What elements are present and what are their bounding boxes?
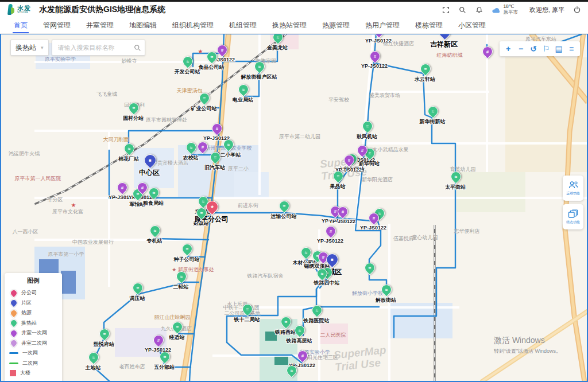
station-pin-glyph: ≈ [197, 208, 206, 217]
map-place-label: 铁路汽车队宿舍 [247, 272, 284, 280]
nav-tab-小区管理[interactable]: 小区管理 [458, 18, 486, 33]
pin-label: 矿业公司站 [191, 105, 217, 112]
pin-label: 运输公司站 [271, 213, 297, 220]
pin-label: 棉花厂站 [118, 155, 139, 163]
search-input[interactable] [57, 44, 134, 52]
map-place-label: 原平市园林管理处 [146, 116, 187, 124]
station-pin-glyph: ≈ [365, 263, 374, 272]
map-place-label: 大同刀削面 [103, 136, 129, 143]
station-pin-glyph: ≈ [149, 188, 158, 197]
fullscreen-icon[interactable] [442, 6, 450, 14]
search-icon[interactable] [134, 44, 141, 52]
cloud-icon [492, 6, 501, 14]
pin-label: 种子公司站 [174, 256, 200, 263]
map-place-label: 妙峰寺 [122, 57, 137, 65]
weather-city: 原平市 [503, 10, 518, 15]
station-pin-glyph: ≈ [183, 244, 192, 254]
map-place-label: 前进东街 [238, 202, 258, 209]
map-place-label: ★ [198, 48, 203, 54]
station-pin-glyph: ≈ [428, 107, 438, 116]
map-place-label: 军分区 [48, 196, 63, 204]
map-side-tools: 运维功能 组态功能 [563, 176, 583, 229]
station-pin-glyph: ≈ [421, 64, 430, 73]
legend-item-label: 分公司 [21, 289, 37, 297]
pin-label: 专机站 [147, 237, 163, 245]
legend-title: 图例 [9, 276, 57, 285]
nav-tab-换热站管理[interactable]: 换热站管理 [272, 18, 307, 33]
nav-tab-楼栋管理[interactable]: 楼栋管理 [415, 18, 443, 33]
station-pin-glyph: ≈ [211, 153, 220, 162]
map-place-label: 老百姓布店 [119, 363, 145, 371]
pin-label: 解放街站 [376, 297, 396, 304]
nav-tab-井室管理[interactable]: 井室管理 [86, 18, 114, 33]
map-canvas[interactable]: SuperMapTrial Use SuperMapTrial Use 激活 W… [0, 33, 588, 382]
shuifa-logo-icon [7, 4, 15, 15]
nav-tab-组织机构管理[interactable]: 组织机构管理 [172, 18, 214, 33]
pin-label: 开发公司站 [175, 68, 200, 76]
nav-tab-管网管理[interactable]: 管网管理 [43, 18, 71, 33]
pin-label: YP-JS0122 [329, 219, 355, 224]
search-icon[interactable] [458, 6, 467, 14]
map-place-label: 天津蜜汤包 [177, 87, 203, 95]
reset-view-icon[interactable]: ↺ [527, 41, 540, 56]
nav-tab-首页[interactable]: 首页 [14, 18, 28, 33]
map-place-label: 八一西小区 [13, 228, 38, 236]
well-pin-glyph: # [326, 227, 335, 236]
legend-pin-icon [9, 338, 19, 348]
pin-label: 调压站 [130, 295, 145, 302]
well-pin-glyph: # [345, 155, 354, 165]
window-edge [0, 0, 588, 2]
legend-item-label: 井室一次网 [21, 329, 47, 337]
logout-icon[interactable] [572, 6, 581, 14]
legend-list-icon[interactable]: ≡ [565, 41, 578, 56]
config-function-button[interactable]: 组态功能 [563, 204, 583, 229]
app-logo: 水发 SHUIFA [7, 4, 31, 15]
weather-widget: 18℃ 原平市 [492, 4, 518, 15]
ops-function-button[interactable]: 运维功能 [563, 176, 583, 201]
well-pin-glyph: # [212, 124, 222, 133]
pin-label: 金美龙站 [267, 44, 288, 52]
district-pin-glyph: ■ [145, 155, 156, 166]
nav-tab-热用户管理[interactable]: 热用户管理 [365, 18, 400, 33]
pin-label: 铁路四中站 [314, 279, 340, 287]
district-pin-glyph: ■ [439, 33, 450, 37]
ops-function-label: 运维功能 [566, 191, 579, 196]
layers-icon[interactable]: ▤ [552, 41, 565, 56]
legend-item: 热源 [9, 308, 57, 318]
station-pin-glyph: ≈ [133, 283, 142, 293]
map-place-label: 伍基悦府 [393, 235, 414, 243]
legend-pin-icon [9, 288, 19, 298]
well-pin-glyph: # [358, 146, 367, 155]
zoom-in-icon[interactable]: + [502, 41, 514, 56]
district-pin-glyph: ■ [327, 254, 338, 265]
category-select[interactable]: 换热站 ▾ [10, 40, 49, 56]
team-icon [568, 180, 579, 190]
map-place-label: 平安驾校 [328, 96, 349, 104]
measure-icon[interactable]: ⚐ [540, 41, 552, 56]
main-nav: 首页管网管理井室管理地图编辑组织机构管理机组管理换热站管理热源管理热用户管理楼栋… [0, 18, 588, 34]
map-place-label: 丽江山庄蛤蜊园 [154, 314, 191, 321]
map-place-label: 原平市第二幼儿园 [279, 133, 320, 141]
pin-label: 圆村分站 [123, 115, 144, 122]
station-pin-glyph: ≈ [451, 172, 461, 181]
pin-label: 中心区 [139, 168, 160, 178]
station-pin-glyph: ≈ [281, 317, 291, 326]
zoom-out-icon[interactable]: − [514, 41, 527, 56]
legend-line-icon [9, 352, 18, 354]
legend-item: 大楼 [9, 368, 57, 379]
nav-tab-机组管理[interactable]: 机组管理 [229, 18, 257, 33]
pin-label: 五分部站 [154, 364, 175, 371]
station-pin-glyph: ≈ [239, 85, 248, 94]
station-pin-glyph: ≈ [150, 226, 160, 235]
well-pin-glyph: # [483, 47, 492, 56]
nav-tab-热源管理[interactable]: 热源管理 [322, 18, 350, 33]
station-pin-glyph: ≈ [382, 285, 391, 294]
pin-label: 熙悦府站 [94, 341, 114, 348]
map-place-label: 原平市文化宫 [52, 208, 83, 216]
legend-pin-icon [9, 308, 19, 318]
notification-bell-icon[interactable] [475, 6, 483, 14]
pin-label: 农校站 [183, 154, 199, 162]
well-pin-glyph: # [338, 207, 347, 216]
layers-stack-icon [568, 209, 578, 219]
nav-tab-地图编辑[interactable]: 地图编辑 [129, 18, 157, 33]
